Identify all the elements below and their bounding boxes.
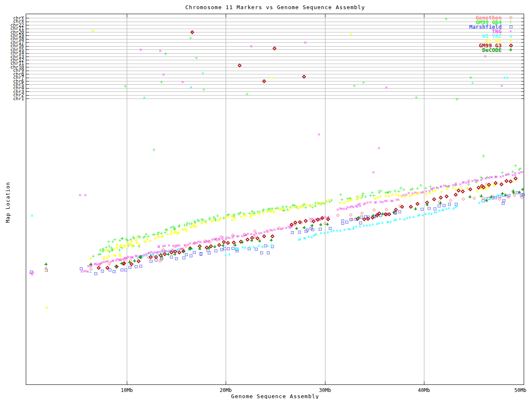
- data-point: [262, 208, 265, 211]
- data-point: [246, 93, 249, 96]
- data-point: [362, 224, 365, 227]
- data-point: [153, 148, 155, 151]
- left-axis-tick: [26, 42, 29, 43]
- data-point: [161, 235, 164, 238]
- left-axis-tick: [26, 53, 29, 54]
- right-axis-tick: [521, 81, 524, 81]
- data-point: [166, 250, 169, 252]
- data-point: [471, 81, 474, 84]
- right-axis-tick: [521, 95, 524, 96]
- data-point: [414, 207, 417, 210]
- chromosome-gridline: [26, 91, 524, 92]
- left-axis-tick: [26, 67, 29, 67]
- y-axis-label: Map Location: [5, 180, 11, 225]
- x-gridline: [424, 14, 424, 384]
- data-point: [480, 195, 483, 197]
- data-point: [305, 230, 308, 233]
- left-axis-tick: [26, 29, 29, 29]
- data-point: [195, 57, 198, 59]
- data-point: [341, 219, 344, 222]
- data-point: [273, 211, 276, 214]
- chart-title: Chromosome 11 Markers vs Genome Sequence…: [26, 4, 525, 10]
- data-point: [267, 251, 270, 254]
- data-point: [338, 201, 341, 204]
- right-axis-tick: [521, 25, 524, 25]
- data-point: [366, 224, 368, 227]
- data-point: [253, 213, 256, 216]
- data-point: [372, 214, 374, 217]
- data-point: [266, 244, 269, 247]
- data-point: [270, 239, 273, 241]
- data-point: [271, 76, 273, 79]
- top-axis-tick: [424, 14, 424, 17]
- data-point: [355, 225, 357, 227]
- left-axis-tick: [26, 64, 29, 64]
- left-axis-tick: [26, 39, 29, 39]
- chromosome-gridline: [26, 99, 524, 99]
- left-axis-tick: [26, 22, 29, 22]
- data-point: [398, 210, 401, 213]
- data-point: [501, 171, 504, 174]
- data-point: [155, 259, 158, 261]
- x-tick-label: 50Mb: [508, 387, 532, 393]
- data-point: [469, 76, 472, 79]
- data-point: [185, 229, 188, 232]
- data-point: [490, 195, 493, 198]
- right-axis-tick: [521, 35, 524, 36]
- data-point: [421, 214, 424, 216]
- data-point: [222, 244, 224, 247]
- data-point: [128, 261, 131, 264]
- legend-marker-plus-icon: [509, 20, 512, 23]
- data-point: [445, 207, 448, 210]
- data-point: [418, 192, 421, 195]
- x-gridline: [127, 14, 127, 384]
- data-point: [290, 206, 293, 209]
- data-point: [244, 214, 247, 217]
- data-point: [262, 212, 265, 214]
- chromosome-gridline: [26, 64, 524, 64]
- data-point: [311, 204, 314, 207]
- right-axis-tick: [521, 39, 524, 39]
- data-point: [118, 253, 121, 256]
- data-point: [212, 219, 215, 222]
- data-point: [291, 231, 294, 234]
- chromosome-gridline: [26, 71, 524, 71]
- right-axis-tick: [521, 99, 524, 99]
- data-point: [208, 217, 211, 219]
- right-axis-tick: [521, 88, 524, 89]
- data-point: [195, 225, 197, 228]
- data-point: [204, 222, 207, 224]
- data-point: [142, 254, 145, 257]
- data-point: [45, 306, 48, 309]
- data-point: [106, 249, 109, 252]
- left-axis-tick: [26, 60, 29, 60]
- data-point: [190, 86, 192, 88]
- data-point: [282, 207, 285, 210]
- x-tick-label: 10Mb: [114, 387, 139, 393]
- data-point: [44, 269, 47, 272]
- data-point: [518, 191, 521, 194]
- data-point: [522, 193, 525, 196]
- chromosome-gridline: [26, 78, 524, 78]
- data-point: [244, 246, 246, 249]
- bottom-axis-tick: [226, 381, 226, 384]
- data-point: [255, 248, 258, 251]
- data-point: [170, 256, 173, 259]
- data-point: [433, 207, 436, 210]
- data-point: [157, 236, 160, 239]
- data-point: [350, 198, 353, 201]
- data-point: [369, 224, 371, 226]
- data-point: [142, 236, 145, 239]
- data-point: [448, 203, 451, 206]
- data-point: [304, 203, 307, 206]
- data-point: [440, 190, 443, 193]
- right-axis-tick: [521, 49, 524, 50]
- data-point: [224, 254, 227, 256]
- data-point: [108, 268, 111, 271]
- data-point: [152, 253, 155, 256]
- data-point: [113, 270, 116, 273]
- data-point: [138, 243, 141, 246]
- data-point: [94, 272, 97, 275]
- data-point: [303, 226, 305, 229]
- data-point: [343, 228, 346, 231]
